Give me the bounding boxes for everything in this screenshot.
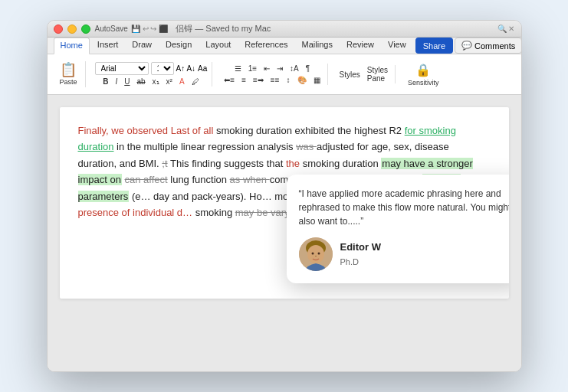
text-deleted-can-affect: can affect [125,174,168,185]
avatar [299,237,333,271]
autosave-label: AutoSave [95,24,128,33]
highlight-button[interactable]: 🖊 [189,77,202,87]
share-button[interactable]: Share [415,38,453,54]
tab-references[interactable]: References [238,38,294,54]
italic-button[interactable]: I [113,77,120,87]
svg-point-4 [317,253,320,255]
line-spacing-button[interactable]: ↕ [284,75,293,85]
clear-format-icon[interactable]: Aa [198,64,207,73]
sensitivity-button[interactable]: 🔒 Sensitivity [405,61,442,88]
font-size-select[interactable]: 12 [151,62,174,75]
strikethrough-button[interactable]: ab [134,77,147,87]
editor-popup-card: “I have applied more academic phrasing h… [287,175,509,283]
text-deleted-was: was [296,141,317,152]
ribbon-group-sensitivity: 🔒 Sensitivity [400,61,447,88]
superscript-button[interactable]: x² [164,77,175,87]
ribbon-group-paste: 📋 Paste [52,61,86,87]
bullets-button[interactable]: ☰ [232,64,244,74]
align-center-button[interactable]: ≡ [239,75,248,85]
font-family-select[interactable]: Arial [95,62,149,75]
author-title: Ph.D [340,256,381,270]
shading-button[interactable]: 🎨 [295,75,309,85]
paste-icon: 📋 [60,63,77,77]
subscript-button[interactable]: x₁ [150,77,162,87]
ribbon-group-font: Arial 12 A↑ A↓ Aa B I U ab x₁ x² A 🖊 [90,62,213,87]
text-the: the [286,158,300,169]
text-presence: presence of individual d… [78,207,193,218]
window-title: 侣锝 — Saved to my Mac [176,23,271,34]
svg-point-2 [307,245,324,263]
close-button[interactable] [54,24,63,34]
comment-icon: 💬 [461,41,472,51]
title-bar-search: 🔍 ✕ [497,24,515,33]
ribbon-tabs: Home Insert Draw Design Layout Reference… [48,38,521,54]
underline-button[interactable]: U [122,77,132,87]
popup-author: Editor W Ph.D [299,237,509,271]
svg-point-3 [311,253,314,255]
indent-decrease-button[interactable]: ⇤ [261,64,272,74]
title-bar-icons: 💾 ↩ ↪ ⬛ [131,24,168,33]
author-info: Editor W Ph.D [340,240,381,269]
comments-button[interactable]: 💬 Comments [455,38,521,54]
align-left-button[interactable]: ⬅≡ [222,75,237,85]
tab-draw[interactable]: Draw [126,38,158,54]
tab-home[interactable]: Home [54,38,90,54]
maximize-button[interactable] [81,24,90,34]
text-deleted-semicolon: ;t [162,158,167,169]
show-marks-button[interactable]: ¶ [304,64,312,74]
font-color-button[interactable]: A [177,77,187,87]
align-right-button[interactable]: ≡➡ [251,75,266,85]
paste-button[interactable]: 📋 Paste [57,61,80,87]
ribbon-group-paragraph: ☰ 1≡ ⇤ ⇥ ↕A ¶ ⬅≡ ≡ ≡➡ ≡≡ ↕ 🎨 ▦ [217,64,327,85]
styles-pane-button[interactable]: StylesPane [365,65,390,83]
tab-view[interactable]: View [382,38,412,54]
styles-button[interactable]: Styles [337,70,363,80]
sort-button[interactable]: ↕A [287,64,301,74]
tab-design[interactable]: Design [159,38,198,54]
ribbon-content: 📋 Paste Arial 12 A↑ A↓ Aa B [48,54,521,94]
bold-button[interactable]: B [100,77,110,87]
tab-layout[interactable]: Layout [199,38,237,54]
borders-button[interactable]: ▦ [311,75,323,85]
indent-increase-button[interactable]: ⇥ [274,64,285,74]
sensitivity-icon: 🔒 [415,63,431,77]
minimize-button[interactable] [67,24,77,34]
increase-font-icon[interactable]: A↑ A↓ [176,64,196,73]
tab-mailings[interactable]: Mailings [296,38,339,54]
text-deleted-finally: Finally, we observed [78,125,169,136]
title-bar-center: AutoSave 💾 ↩ ↪ ⬛ 侣锝 — Saved to my Mac 🔍 … [95,23,515,34]
document-content: Finally, we observed Last of all smoking… [60,107,509,299]
ribbon-group-styles: Styles StylesPane [333,65,396,83]
text-deleted-as-when: as when [230,174,270,185]
tab-insert[interactable]: Insert [91,38,125,54]
numbering-button[interactable]: 1≡ [246,64,259,74]
title-bar: AutoSave 💾 ↩ ↪ ⬛ 侣锝 — Saved to my Mac 🔍 … [48,21,521,38]
tab-review[interactable]: Review [340,38,380,54]
ribbon: Home Insert Draw Design Layout Reference… [48,38,521,95]
avatar-image [299,237,333,271]
application-window: AutoSave 💾 ↩ ↪ ⬛ 侣锝 — Saved to my Mac 🔍 … [47,20,522,372]
justify-button[interactable]: ≡≡ [268,75,282,85]
text-inserted-last: Last of all [171,125,214,136]
author-name: Editor W [340,240,381,256]
popup-quote-text: “I have applied more academic phrasing h… [299,187,509,228]
